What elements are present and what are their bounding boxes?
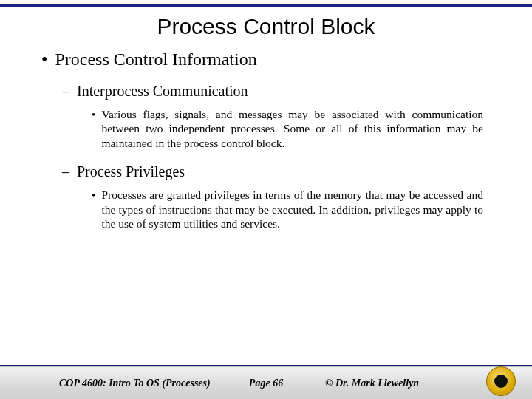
bullet-level2: –Interprocess Communication (62, 83, 491, 100)
level1-text: Process Control Information (55, 50, 256, 69)
small-bullet-icon: • (92, 107, 95, 150)
slide-title: Process Control Block (0, 14, 532, 39)
level2-heading: Process Privileges (77, 163, 185, 180)
bullet-level2: –Process Privileges (62, 163, 491, 180)
footer-author: © Dr. Mark Llewellyn (325, 378, 419, 389)
bullet-level1: •Process Control Information (41, 50, 491, 69)
level2-heading: Interprocess Communication (77, 83, 248, 99)
dash-icon: – (62, 163, 69, 180)
top-rule (0, 4, 532, 7)
bullet-level3: • Processes are granted privileges in te… (92, 188, 483, 231)
level3-body: Processes are granted privileges in term… (101, 188, 483, 231)
footer-page: Page 66 (249, 378, 283, 389)
ucf-logo-icon (486, 366, 516, 396)
footer: COP 4600: Intro To OS (Processes) Page 6… (0, 365, 532, 399)
footer-bar: COP 4600: Intro To OS (Processes) Page 6… (0, 366, 532, 399)
bullet-level3: • Various flags, signals, and messages m… (92, 107, 483, 150)
dash-icon: – (62, 83, 69, 99)
level3-body: Various flags, signals, and messages may… (101, 107, 483, 150)
small-bullet-icon: • (92, 188, 95, 231)
footer-course: COP 4600: Intro To OS (Processes) (59, 378, 211, 389)
bullet-icon: • (41, 50, 47, 69)
slide-content: •Process Control Information –Interproce… (0, 50, 532, 231)
